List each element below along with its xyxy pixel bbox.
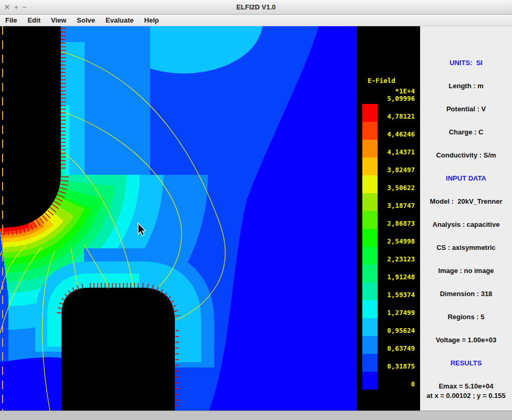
panel-section-header: INPUT DATA <box>420 174 512 183</box>
menu-bar: FileEditViewSolveEvaluateHelp <box>0 15 512 26</box>
legend-band <box>362 372 378 390</box>
legend-value: 2,54998 <box>387 237 415 245</box>
panel-row: Length : m <box>420 81 512 91</box>
legend-value: 1,91248 <box>387 273 415 281</box>
panel-row: at x = 0.00102 ; y = 0.155 <box>420 391 512 401</box>
legend-band <box>362 193 378 211</box>
legend-band <box>362 282 378 300</box>
legend-value: 0,95624 <box>387 327 415 334</box>
legend-value: 4,14371 <box>387 148 415 156</box>
legend-band <box>362 265 378 282</box>
panel-row: Emax = 5.10e+04 <box>420 382 512 391</box>
legend-band <box>362 336 378 354</box>
legend-value: 0,63749 <box>387 344 415 352</box>
legend-band <box>362 247 378 265</box>
legend-colorbar <box>362 104 378 390</box>
legend-value: 3,82497 <box>387 166 415 174</box>
legend-value: 3,50622 <box>387 184 415 192</box>
legend-value: 1,59374 <box>387 291 415 299</box>
legend-title: E-Field <box>368 77 395 85</box>
panel-row: Image : no image <box>420 266 512 276</box>
legend-band <box>362 229 378 247</box>
menu-item-edit[interactable]: Edit <box>22 15 46 26</box>
window-title: ELFI2D V1.0 <box>0 0 512 15</box>
menu-item-solve[interactable]: Solve <box>71 15 100 26</box>
panel-row: CS : axisymmetric <box>420 243 512 253</box>
legend-multiplier: *1E+4 <box>395 87 415 95</box>
status-bar <box>0 411 512 420</box>
menu-item-help[interactable]: Help <box>139 15 164 26</box>
elfi2d-window: ✕+− ELFI2D V1.0 FileEditViewSolveEvaluat… <box>0 0 512 420</box>
panel-row: Dimension : 318 <box>420 289 512 299</box>
legend-value: 2,23123 <box>387 255 415 263</box>
legend-value: 4,46246 <box>387 130 415 138</box>
legend-value: 0,31875 <box>387 362 415 370</box>
title-bar: ✕+− ELFI2D V1.0 <box>0 0 512 15</box>
legend-value: 4,78121 <box>387 112 415 120</box>
panel-section-header: UNITS: SI <box>420 58 512 68</box>
legend-value: 1,27499 <box>387 309 415 317</box>
panel-row: Potential : V <box>420 104 512 114</box>
panel-row: Charge : C <box>420 128 512 137</box>
panel-row: Regions : 5 <box>420 312 512 322</box>
field-canvas[interactable]: E-Field *1E+4 5,099964,781214,462464,143… <box>0 26 420 411</box>
legend-band <box>362 175 378 193</box>
legend-value: 5,09996 <box>387 94 415 102</box>
electrode-bottom <box>61 288 175 411</box>
info-panel: UNITS: SILength : mPotential : VCharge :… <box>420 26 512 411</box>
menu-item-view[interactable]: View <box>46 15 71 26</box>
menu-item-file[interactable]: File <box>4 15 22 26</box>
electrode-top-left <box>0 26 61 228</box>
legend-band <box>362 140 378 158</box>
legend-band <box>362 211 378 229</box>
legend-band <box>362 300 378 318</box>
panel-section-header: RESULTS <box>420 359 512 368</box>
panel-row: Model : 20kV_Trenner <box>420 197 512 206</box>
panel-row: Conductivity : S/m <box>420 151 512 160</box>
legend-band <box>362 104 378 122</box>
legend-band <box>362 158 378 175</box>
legend-value: 3,18747 <box>387 202 415 209</box>
legend-value: 0 <box>411 380 415 388</box>
legend-value: 2,86873 <box>387 219 415 227</box>
legend-band <box>362 318 378 336</box>
legend-band <box>362 354 378 372</box>
panel-row: Voltage = 1.00e+03 <box>420 335 512 345</box>
legend-band <box>362 122 378 140</box>
menu-item-evaluate[interactable]: Evaluate <box>100 15 139 26</box>
panel-row: Analysis : capacitive <box>420 220 512 229</box>
legend: E-Field *1E+4 5,099964,781214,462464,143… <box>357 26 420 411</box>
